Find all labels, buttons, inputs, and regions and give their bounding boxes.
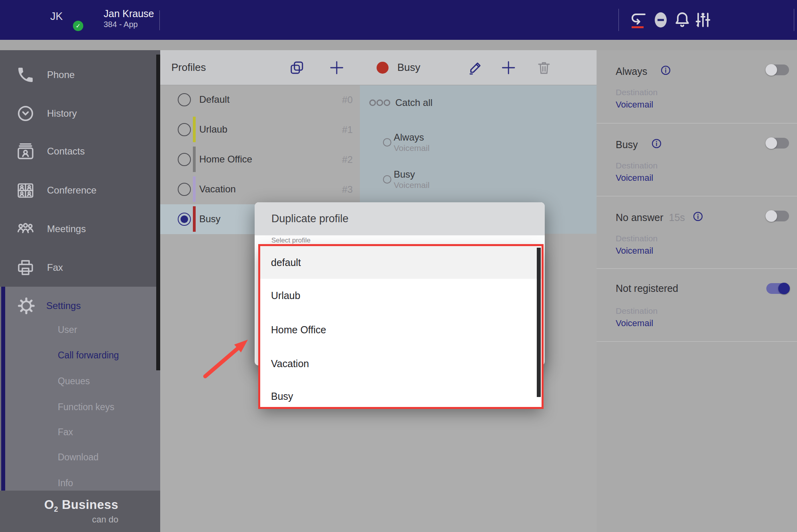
profile-radio-selected[interactable] bbox=[178, 213, 191, 226]
section-title: No answer15s bbox=[616, 210, 703, 223]
profile-name: Home Office bbox=[199, 154, 252, 165]
profile-radio[interactable] bbox=[178, 123, 191, 136]
section-title: Not registered bbox=[616, 283, 684, 294]
profile-color-bar bbox=[193, 87, 196, 112]
sidebar-scrollbar[interactable] bbox=[156, 55, 160, 370]
toggle-not-registered[interactable] bbox=[766, 283, 789, 294]
sidebar-item-label: Fax bbox=[47, 262, 63, 273]
dropdown-option-vacation[interactable]: Vacation bbox=[260, 347, 542, 380]
destination-label: Destination bbox=[616, 161, 658, 170]
rule-row-busy[interactable]: Busy Voicemail bbox=[360, 170, 597, 194]
sidebar-item-label: History bbox=[47, 108, 77, 119]
sidebar-item-meetings[interactable]: Meetings bbox=[0, 217, 155, 241]
settings-subitem-user[interactable]: User bbox=[58, 323, 153, 336]
section-no-answer: No answer15s Destination Voicemail bbox=[597, 196, 797, 269]
profile-number: #2 bbox=[342, 154, 353, 165]
info-icon[interactable] bbox=[693, 211, 703, 222]
destination-value[interactable]: Voicemail bbox=[616, 100, 653, 110]
section-always: Always Destination Voicemail bbox=[597, 50, 797, 123]
audio-settings-sliders-icon[interactable] bbox=[693, 10, 713, 29]
user-extension: 384 - App bbox=[104, 20, 138, 29]
select-profile-label: Select profile bbox=[271, 237, 310, 244]
section-busy: Busy Destination Voicemail bbox=[597, 123, 797, 196]
settings-subitem-fax[interactable]: Fax bbox=[58, 425, 153, 439]
history-clock-icon bbox=[16, 104, 35, 123]
conference-grid-icon bbox=[16, 181, 35, 200]
sidebar-item-conference[interactable]: Conference bbox=[0, 178, 155, 202]
rule-radio[interactable] bbox=[383, 175, 391, 184]
settings-subitem-info[interactable]: Info bbox=[58, 476, 153, 490]
add-profile-icon[interactable] bbox=[328, 59, 345, 76]
profile-number: #1 bbox=[342, 124, 353, 135]
dropdown-option-default[interactable]: default bbox=[260, 246, 542, 279]
app-window: JK ✓ Jan Krause 384 - App bbox=[0, 0, 797, 532]
panel-title: Profiles bbox=[171, 61, 206, 74]
profile-number: #0 bbox=[342, 94, 353, 106]
profile-row-home-office[interactable]: Home Office #2 bbox=[160, 145, 360, 174]
phone-icon bbox=[16, 65, 35, 84]
toggle-always[interactable] bbox=[766, 65, 789, 75]
sidebar-item-fax[interactable]: Fax bbox=[0, 256, 155, 280]
brand-logo: O2 Business can do bbox=[16, 498, 118, 525]
settings-subitem-call-forwarding[interactable]: Call forwarding bbox=[58, 348, 153, 362]
avatar[interactable]: JK bbox=[50, 10, 63, 23]
profiles-header: Profiles bbox=[160, 50, 360, 85]
sidebar: Phone History Contacts bbox=[0, 50, 160, 532]
dropdown-option-busy[interactable]: Busy bbox=[260, 380, 542, 407]
toggle-no-answer[interactable] bbox=[766, 211, 789, 221]
destination-label: Destination bbox=[616, 306, 658, 316]
settings-subitem-download[interactable]: Download bbox=[58, 450, 153, 464]
catch-all-icon bbox=[369, 98, 391, 107]
section-not-registered: Not registered Destination Voicemail bbox=[597, 269, 797, 342]
profile-row-default[interactable]: Default #0 bbox=[160, 85, 360, 115]
profile-select-dropdown: default Urlaub Home Office Vacation Busy bbox=[260, 246, 542, 407]
sidebar-item-settings[interactable]: Settings bbox=[0, 294, 155, 318]
sidebar-item-history[interactable]: History bbox=[0, 102, 155, 125]
add-rule-icon[interactable] bbox=[500, 59, 517, 76]
sub-header-strip bbox=[0, 40, 797, 50]
sidebar-item-contacts[interactable]: Contacts bbox=[0, 139, 155, 163]
info-icon[interactable] bbox=[660, 65, 671, 76]
settings-subitem-function-keys[interactable]: Function keys bbox=[58, 400, 153, 414]
notifications-bell-icon[interactable] bbox=[673, 10, 692, 29]
profile-color-bar bbox=[193, 206, 196, 232]
group-label: Catch all bbox=[395, 97, 432, 108]
rule-row-always[interactable]: Always Voicemail bbox=[360, 133, 597, 157]
section-title: Busy bbox=[616, 137, 662, 151]
destination-label: Destination bbox=[616, 88, 658, 97]
dropdown-option-urlaub[interactable]: Urlaub bbox=[260, 279, 542, 313]
dropdown-scrollbar[interactable] bbox=[537, 248, 541, 397]
meetings-people-icon bbox=[16, 219, 35, 239]
rule-label: Busy bbox=[394, 169, 415, 180]
catch-all-row[interactable]: Catch all bbox=[360, 94, 597, 111]
sidebar-item-label: Settings bbox=[46, 300, 81, 311]
rule-radio[interactable] bbox=[383, 138, 391, 147]
topbar-divider bbox=[618, 9, 619, 31]
topbar-divider bbox=[159, 10, 160, 30]
sidebar-item-phone[interactable]: Phone bbox=[0, 63, 155, 87]
profile-name: Urlaub bbox=[199, 124, 228, 135]
sidebar-item-label: Contacts bbox=[47, 146, 85, 157]
call-forward-icon[interactable] bbox=[629, 10, 648, 29]
profile-radio[interactable] bbox=[178, 153, 191, 166]
profile-radio[interactable] bbox=[178, 93, 191, 106]
destination-value[interactable]: Voicemail bbox=[616, 318, 653, 329]
destination-value[interactable]: Voicemail bbox=[616, 173, 653, 183]
profile-radio[interactable] bbox=[178, 183, 191, 196]
dropdown-option-home-office[interactable]: Home Office bbox=[260, 313, 542, 347]
edit-pencil-icon[interactable] bbox=[467, 59, 484, 76]
profile-color-bar bbox=[193, 117, 196, 142]
toggle-busy[interactable] bbox=[766, 138, 789, 149]
profile-row-vacation[interactable]: Vacation #3 bbox=[160, 174, 360, 204]
duplicate-profile-icon[interactable] bbox=[289, 59, 305, 76]
settings-subitem-queues[interactable]: Queues bbox=[58, 374, 153, 388]
delete-trash-icon[interactable] bbox=[536, 59, 552, 76]
do-not-disturb-icon[interactable] bbox=[651, 10, 670, 29]
profile-number: #3 bbox=[342, 184, 353, 195]
forwarding-settings-panel: Always Destination Voicemail Busy Destin… bbox=[597, 50, 797, 532]
destination-value[interactable]: Voicemail bbox=[616, 246, 653, 256]
profile-row-urlaub[interactable]: Urlaub #1 bbox=[160, 115, 360, 145]
contacts-card-icon bbox=[16, 142, 35, 161]
info-icon[interactable] bbox=[651, 138, 662, 149]
profile-name: Busy bbox=[199, 213, 220, 225]
